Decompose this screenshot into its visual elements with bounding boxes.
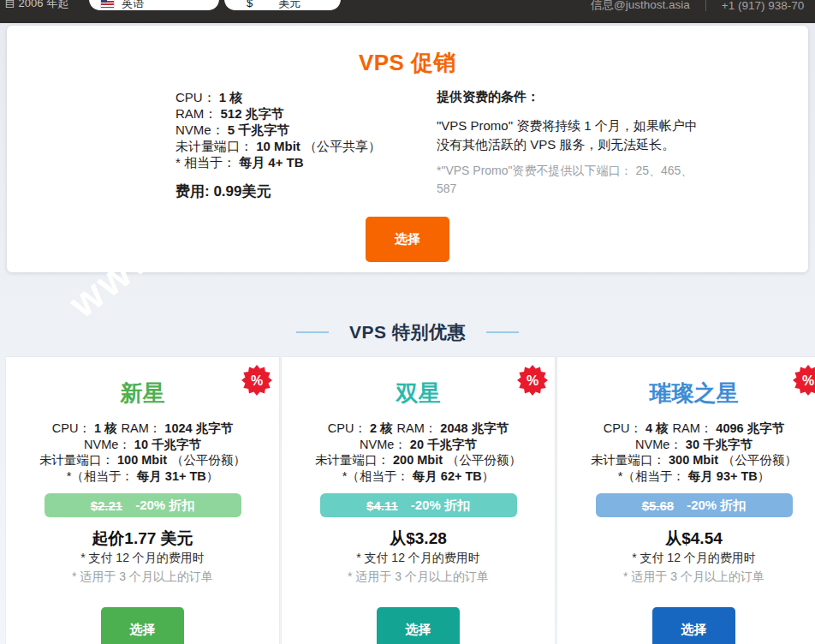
plan-spec-equiv: *（相当于： 每月 62+ TB） [282,468,555,485]
discount-pill: $2.21 -20% 折扣 [45,493,241,517]
language-value: 英语 [122,0,144,11]
plan-spec-nvme: NVMe： 20 千兆字节 [282,437,555,453]
heading-line-left [296,331,329,333]
currency-select[interactable]: $ 美元 [224,0,341,10]
discount-label: -20% 折扣 [411,498,470,514]
vps-promo-card: VPS 促销 CPU： 1 核 RAM： 512 兆字节 NVMe： 5 千兆字… [7,26,808,272]
plan-price: 起价1.77 美元 [6,528,279,549]
old-price: $2.21 [91,498,123,513]
email-link[interactable]: 信息@justhost.asia [591,0,690,13]
plan-pay-note: * 支付 12 个月的费用时 [6,549,279,566]
promo-spec-list: CPU： 1 核 RAM： 512 兆字节 NVMe： 5 千兆字节 未计量端口… [175,89,432,200]
promo-spec-cpu: CPU： 1 核 [175,89,432,105]
discount-badge-icon: % [517,365,548,396]
promo-conditions: 提供资费的条件： "VPS Promo" 资费将持续 1 个月，如果帐户中没有其… [437,89,704,198]
discount-badge-icon: % [241,365,272,396]
promo-spec-nvme: NVMe： 5 千兆字节 [175,122,432,138]
plan-cards-row: % 新星 CPU： 1 核RAM： 1024 兆字节 NVMe： 10 千兆字节… [6,357,815,644]
old-price: $5.68 [642,498,675,513]
promo-spec-ram: RAM： 512 兆字节 [175,105,432,122]
discount-pill: $5.68 -20% 折扣 [596,493,793,517]
plan-order-note: * 适用于 3 个月以上的订单 [282,568,555,585]
plan-spec-port: 未计量端口： 100 Mbit（公平份额） [6,452,279,468]
plan-select-button[interactable]: 选择 [652,607,735,644]
plan-spec-equiv: *（相当于： 每月 93+ TB） [557,468,815,485]
conditions-text: "VPS Promo" 资费将持续 1 个月，如果帐户中没有其他活跃的 VPS … [437,116,704,154]
plan-order-note: * 适用于 3 个月以上的订单 [6,568,279,585]
plan-price: 从$3.28 [282,528,555,549]
plan-spec-nvme: NVMe： 10 千兆字节 [6,437,279,453]
conditions-note: *"VPS Promo"资费不提供以下端口： 25、465、587 [437,162,704,198]
discount-pill: $4.11 -20% 折扣 [320,493,517,517]
discount-label: -20% 折扣 [687,498,746,514]
plan-specs: CPU： 4 核RAM： 4096 兆字节 NVMe： 30 千兆字节 未计量端… [557,420,815,484]
plan-order-note: * 适用于 3 个月以上的订单 [557,568,815,585]
plan-spec-nvme: NVMe： 30 千兆字节 [557,437,815,453]
contact-divider [705,0,706,11]
promo-title: VPS 促销 [7,26,808,78]
old-price: $4.11 [366,498,398,513]
plan-pay-note: * 支付 12 个月的费用时 [557,549,815,566]
plan-spec-cpu-ram: CPU： 1 核RAM： 1024 兆字节 [6,420,279,437]
top-bar: 自 2006 年起 英语 $ 美元 信息@justhost.asia +1 (9… [0,0,815,23]
dollar-icon: $ [247,0,253,9]
plan-spec-port: 未计量端口： 200 Mbit（公平份额） [282,452,555,468]
svg-text:%: % [802,373,814,388]
discount-badge-icon: % [793,365,815,396]
plan-pay-note: * 支付 12 个月的费用时 [282,549,555,566]
plan-name: 璀璨之星 [557,379,815,407]
plan-name: 双星 [282,379,555,407]
plan-card-twinstar: % 双星 CPU： 2 核RAM： 2048 兆字节 NVMe： 20 千兆字节… [282,357,555,644]
promo-price: 费用: 0.99美元 [175,183,432,200]
us-flag-icon [101,0,114,8]
conditions-title: 提供资费的条件： [437,89,704,105]
currency-value: 美元 [278,0,300,11]
plan-card-brilliantstar: % 璀璨之星 CPU： 4 核RAM： 4096 兆字节 NVMe： 30 千兆… [557,357,815,644]
special-offers-heading: VPS 特别优惠 [0,320,815,344]
page: 自 2006 年起 英语 $ 美元 信息@justhost.asia +1 (9… [0,0,815,644]
discount-label: -20% 折扣 [135,498,194,514]
phone-link[interactable]: +1 (917) 938-70 [722,0,804,12]
plan-select-button[interactable]: 选择 [101,607,184,644]
plan-card-novastar: % 新星 CPU： 1 核RAM： 1024 兆字节 NVMe： 10 千兆字节… [6,357,279,644]
since-label: 自 2006 年起 [4,0,68,11]
plan-price: 从$4.54 [557,528,815,549]
plan-spec-port: 未计量端口： 300 Mbit（公平份额） [557,452,815,468]
language-select[interactable]: 英语 [89,0,219,10]
section-title: VPS 特别优惠 [349,320,466,344]
topbar-contacts: 信息@justhost.asia +1 (917) 938-70 [591,0,804,13]
svg-text:%: % [526,373,538,388]
plan-name: 新星 [6,379,279,407]
promo-select-button[interactable]: 选择 [366,217,449,262]
promo-spec-port: 未计量端口： 10 Mbit （公平共享） [175,138,432,154]
svg-text:%: % [251,373,263,388]
plan-spec-cpu-ram: CPU： 2 核RAM： 2048 兆字节 [282,420,555,437]
promo-spec-equiv: * 相当于： 每月 4+ TB [175,154,432,170]
plan-specs: CPU： 1 核RAM： 1024 兆字节 NVMe： 10 千兆字节 未计量端… [6,420,279,484]
plan-specs: CPU： 2 核RAM： 2048 兆字节 NVMe： 20 千兆字节 未计量端… [282,420,555,484]
plan-spec-equiv: *（相当于： 每月 31+ TB） [6,468,279,485]
plan-spec-cpu-ram: CPU： 4 核RAM： 4096 兆字节 [557,420,815,437]
heading-line-right [486,331,519,333]
plan-select-button[interactable]: 选择 [377,607,460,644]
